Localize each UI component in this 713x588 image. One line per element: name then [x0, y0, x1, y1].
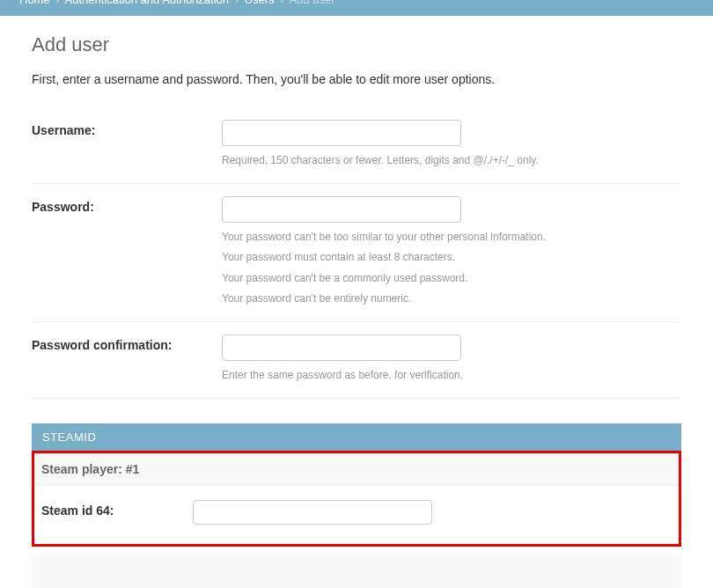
chevron-right-icon: › [235, 0, 239, 6]
steam-inline-highlight: Steam player: #1 Steam id 64: [32, 451, 681, 547]
password-label: Password: [32, 196, 222, 309]
username-row: Username: Required. 150 characters or fe… [32, 107, 681, 184]
breadcrumb-bar: Home › Authentication and Authorization … [0, 0, 713, 16]
password-confirm-row: Password confirmation: Enter the same pa… [32, 322, 681, 399]
breadcrumb-users[interactable]: Users [245, 0, 275, 6]
password-help-line: Your password can't be entirely numeric. [222, 290, 681, 309]
footer-bar [32, 555, 681, 588]
password-row: Password: Your password can't be too sim… [32, 184, 681, 322]
password-confirm-input[interactable] [222, 334, 461, 361]
password-confirm-help: Enter the same password as before, for v… [222, 366, 681, 386]
password-help-line: Your password can't be a commonly used p… [222, 269, 681, 289]
chevron-right-icon: › [55, 0, 59, 6]
steamid-section-header: STEAMID [32, 423, 681, 451]
breadcrumb-home[interactable]: Home [19, 0, 50, 6]
password-confirm-label: Password confirmation: [32, 334, 222, 386]
page-title: Add user [32, 33, 681, 56]
username-input[interactable] [222, 120, 461, 146]
breadcrumb: Home › Authentication and Authorization … [19, 0, 694, 6]
main-content: Add user First, enter a username and pas… [0, 16, 713, 588]
username-label: Username: [32, 120, 222, 171]
password-help-line: Your password must contain at least 8 ch… [222, 248, 681, 268]
steam-player-title: Steam player: #1 [34, 453, 679, 486]
steam-id-input[interactable] [193, 500, 432, 525]
password-input[interactable] [222, 196, 461, 223]
username-help: Required. 150 characters or fewer. Lette… [222, 151, 681, 171]
chevron-right-icon: › [280, 0, 283, 6]
breadcrumb-auth[interactable]: Authentication and Authorization [65, 0, 229, 6]
password-help: Your password can't be too similar to yo… [222, 228, 681, 309]
password-help-line: Your password can't be too similar to yo… [222, 228, 681, 247]
intro-text: First, enter a username and password. Th… [32, 72, 681, 86]
breadcrumb-current: Add user [289, 0, 334, 6]
steam-id-row: Steam id 64: [34, 486, 679, 525]
steam-id-label: Steam id 64: [41, 500, 193, 525]
